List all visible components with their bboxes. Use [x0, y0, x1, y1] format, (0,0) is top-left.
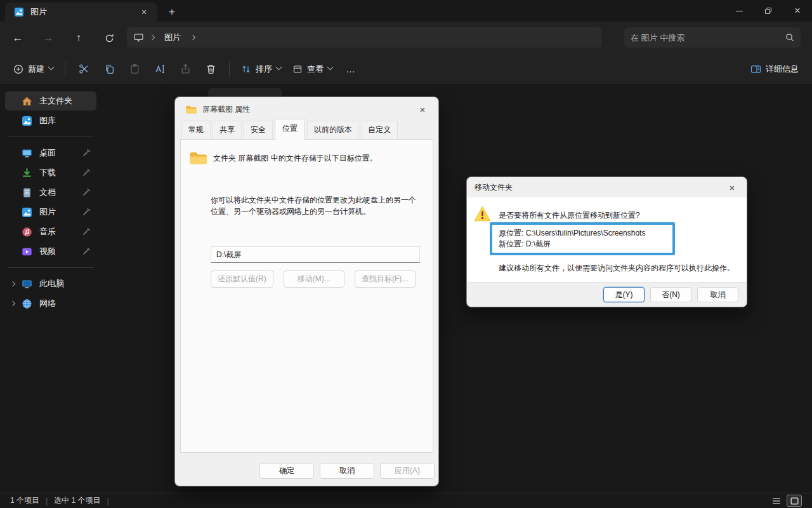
selected-count: 选中 1 个项目	[54, 495, 100, 506]
sidebar-divider	[8, 267, 94, 268]
toolbar-divider	[229, 62, 230, 77]
details-pane-button[interactable]: 详细信息	[745, 60, 804, 79]
details-pane-icon	[750, 64, 761, 74]
paste-button[interactable]	[124, 59, 145, 79]
new-location-text: 新位置: D:\截屏	[499, 239, 672, 250]
move-button[interactable]: 移动(M)...	[284, 271, 344, 288]
properties-dialog: 屏幕截图 属性 × 常规 共享 安全 位置 以前的版本 自定义 文件夹 屏幕截图…	[174, 97, 439, 486]
music-icon	[20, 225, 33, 238]
chevron-down-icon	[48, 64, 55, 70]
address-bar[interactable]: 图片	[127, 27, 601, 48]
no-button[interactable]: 否(N)	[650, 287, 691, 302]
sort-button-label: 排序	[256, 64, 272, 75]
tab-customize[interactable]: 自定义	[361, 121, 398, 139]
back-button[interactable]: ←	[9, 30, 27, 46]
maximize-restore-button[interactable]	[754, 0, 783, 22]
sort-button[interactable]: 排序	[235, 60, 287, 79]
toolbar-divider	[65, 62, 65, 77]
large-icons-view-toggle-icon[interactable]	[787, 495, 802, 507]
sidebar-item-this-pc[interactable]: 此电脑	[5, 274, 96, 293]
tab-sharing[interactable]: 共享	[213, 121, 242, 139]
sidebar-item-videos[interactable]: 视频	[5, 242, 96, 261]
location-path-input[interactable]	[211, 246, 420, 263]
refresh-button[interactable]	[100, 30, 118, 46]
location-intro-text: 文件夹 屏幕截图 中的文件存储于以下目标位置。	[213, 153, 377, 164]
expand-chevron-icon[interactable]	[5, 282, 20, 286]
cancel-button[interactable]: 取消	[320, 463, 374, 479]
sidebar-item-downloads[interactable]: 下载	[5, 163, 96, 182]
expand-chevron-icon[interactable]	[5, 302, 20, 305]
tab-close-icon[interactable]: ×	[137, 5, 151, 19]
up-button[interactable]: ↑	[70, 30, 88, 46]
folder-small-icon	[185, 105, 197, 114]
pin-icon	[82, 168, 91, 177]
search-input[interactable]	[631, 33, 785, 43]
breadcrumb-chevron-icon	[150, 35, 155, 40]
sidebar-item-network[interactable]: 网络	[5, 294, 96, 313]
pin-icon	[82, 188, 91, 197]
tab-bar: 图片 × + ×	[0, 0, 812, 22]
see-more-button[interactable]: …	[340, 59, 362, 79]
properties-dialog-footer: 确定 取消 应用(A)	[175, 455, 438, 486]
ok-button[interactable]: 确定	[259, 463, 314, 479]
tab-security[interactable]: 安全	[244, 121, 273, 139]
delete-button[interactable]	[200, 59, 221, 79]
explorer-tab-pictures[interactable]: 图片 ×	[5, 3, 157, 22]
sidebar-item-music[interactable]: 音乐	[5, 222, 96, 241]
move-dialog-titlebar: 移动文件夹	[467, 177, 747, 197]
tab-previous-versions[interactable]: 以前的版本	[307, 121, 359, 139]
pin-icon	[82, 149, 91, 157]
documents-icon	[20, 186, 33, 199]
apply-button[interactable]: 应用(A)	[380, 463, 435, 479]
minimize-button[interactable]	[724, 0, 754, 22]
properties-dialog-title: 屏幕截图 属性	[202, 104, 250, 115]
details-view-toggle-icon[interactable]	[769, 495, 784, 507]
cut-button[interactable]	[73, 59, 95, 79]
home-icon	[20, 95, 33, 107]
sidebar-item-label: 主文件夹	[39, 95, 91, 107]
close-window-button[interactable]: ×	[783, 0, 812, 22]
sidebar-item-desktop[interactable]: 桌面	[5, 144, 96, 163]
copy-button[interactable]	[98, 59, 120, 79]
close-icon[interactable]: ×	[723, 180, 742, 194]
pin-icon	[82, 208, 91, 217]
sidebar-item-gallery[interactable]: 图库	[5, 111, 96, 130]
new-tab-button[interactable]: +	[164, 4, 180, 20]
close-icon[interactable]: ×	[413, 102, 432, 116]
videos-icon	[20, 245, 33, 258]
sidebar-item-label: 此电脑	[39, 278, 91, 290]
rename-button[interactable]	[149, 59, 171, 79]
properties-dialog-titlebar: 屏幕截图 属性	[175, 97, 438, 121]
tab-title: 图片	[30, 6, 137, 18]
this-pc-breadcrumb-icon[interactable]	[133, 32, 144, 43]
sidebar-item-pictures[interactable]: 图片	[5, 203, 96, 222]
warning-icon	[474, 206, 491, 222]
sidebar-item-label: 音乐	[39, 226, 82, 237]
cancel-button[interactable]: 取消	[697, 287, 738, 302]
tab-location[interactable]: 位置	[275, 119, 305, 140]
forward-button[interactable]: →	[39, 30, 57, 46]
sidebar-item-label: 网络	[39, 298, 91, 309]
sidebar-item-label: 图片	[39, 206, 82, 218]
search-icon[interactable]	[785, 33, 794, 42]
window-controls: ×	[724, 0, 812, 22]
sort-arrows-icon	[241, 64, 251, 74]
downloads-icon	[20, 166, 33, 179]
find-target-button[interactable]: 查找目标(F)...	[355, 271, 416, 288]
sidebar-item-label: 图库	[39, 115, 91, 126]
tab-general[interactable]: 常规	[181, 121, 211, 139]
move-dialog-footer: 是(Y) 否(N) 取消	[467, 282, 747, 307]
pin-icon	[82, 247, 91, 256]
restore-default-button[interactable]: 还原默认值(R)	[211, 271, 273, 288]
breadcrumb-segment-pictures[interactable]: 图片	[160, 30, 185, 44]
new-button[interactable]: 新建	[8, 60, 59, 79]
view-button[interactable]: 查看	[287, 60, 338, 79]
sidebar-item-documents[interactable]: 文档	[5, 183, 96, 202]
status-divider: |	[46, 497, 48, 505]
sidebar-item-home[interactable]: 主文件夹	[5, 91, 96, 110]
share-button[interactable]	[174, 59, 196, 79]
move-suggestion-text: 建议移动所有文件，以便需要访问文件夹内容的程序可以执行此操作。	[499, 263, 740, 274]
yes-button[interactable]: 是(Y)	[603, 287, 645, 302]
pictures-icon	[14, 7, 24, 17]
location-tab-page: 文件夹 屏幕截图 中的文件存储于以下目标位置。 你可以将此文件夹中文件存储的位置…	[180, 139, 433, 453]
